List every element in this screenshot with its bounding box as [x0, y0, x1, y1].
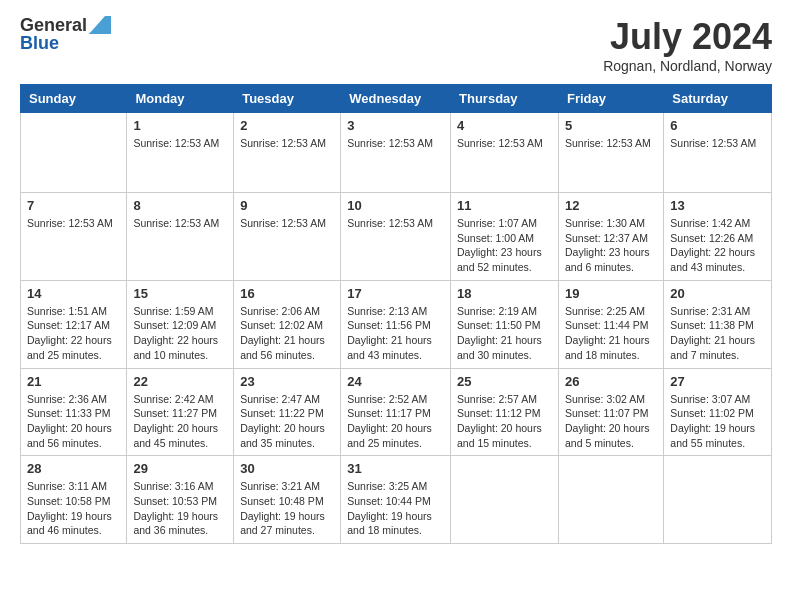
day-number: 26: [565, 374, 657, 389]
header-row: Sunday Monday Tuesday Wednesday Thursday…: [21, 85, 772, 113]
day-info: Sunrise: 2:47 AM Sunset: 11:22 PM Daylig…: [240, 392, 334, 451]
day-cell: 27Sunrise: 3:07 AM Sunset: 11:02 PM Dayl…: [664, 368, 772, 456]
day-cell: 7Sunrise: 12:53 AM: [21, 193, 127, 281]
day-number: 29: [133, 461, 227, 476]
day-number: 31: [347, 461, 444, 476]
day-cell: 9Sunrise: 12:53 AM: [234, 193, 341, 281]
day-number: 14: [27, 286, 120, 301]
day-cell: 30Sunrise: 3:21 AM Sunset: 10:48 PM Dayl…: [234, 456, 341, 544]
day-info: Sunrise: 3:02 AM Sunset: 11:07 PM Daylig…: [565, 392, 657, 451]
day-cell: 24Sunrise: 2:52 AM Sunset: 11:17 PM Dayl…: [341, 368, 451, 456]
day-info: Sunrise: 3:07 AM Sunset: 11:02 PM Daylig…: [670, 392, 765, 451]
day-number: 17: [347, 286, 444, 301]
day-info: Sunrise: 12:53 AM: [133, 136, 227, 151]
day-number: 22: [133, 374, 227, 389]
day-info: Sunrise: 12:53 AM: [457, 136, 552, 151]
header-thursday: Thursday: [451, 85, 559, 113]
day-cell: 18Sunrise: 2:19 AM Sunset: 11:50 PM Dayl…: [451, 280, 559, 368]
day-cell: 5Sunrise: 12:53 AM: [558, 113, 663, 193]
day-cell: 19Sunrise: 2:25 AM Sunset: 11:44 PM Dayl…: [558, 280, 663, 368]
day-number: 9: [240, 198, 334, 213]
day-number: 4: [457, 118, 552, 133]
day-cell: 23Sunrise: 2:47 AM Sunset: 11:22 PM Dayl…: [234, 368, 341, 456]
header-monday: Monday: [127, 85, 234, 113]
day-number: 1: [133, 118, 227, 133]
day-cell: 3Sunrise: 12:53 AM: [341, 113, 451, 193]
week-row-3: 14Sunrise: 1:51 AM Sunset: 12:17 AM Dayl…: [21, 280, 772, 368]
day-info: Sunrise: 1:42 AM Sunset: 12:26 AM Daylig…: [670, 216, 765, 275]
day-number: 23: [240, 374, 334, 389]
week-row-2: 7Sunrise: 12:53 AM8Sunrise: 12:53 AM9Sun…: [21, 193, 772, 281]
day-number: 15: [133, 286, 227, 301]
svg-marker-1: [89, 16, 111, 34]
day-number: 25: [457, 374, 552, 389]
logo-icon: [89, 16, 111, 34]
day-number: 27: [670, 374, 765, 389]
day-info: Sunrise: 3:25 AM Sunset: 10:44 PM Daylig…: [347, 479, 444, 538]
day-info: Sunrise: 2:42 AM Sunset: 11:27 PM Daylig…: [133, 392, 227, 451]
week-row-5: 28Sunrise: 3:11 AM Sunset: 10:58 PM Dayl…: [21, 456, 772, 544]
day-number: 10: [347, 198, 444, 213]
day-cell: 29Sunrise: 3:16 AM Sunset: 10:53 PM Dayl…: [127, 456, 234, 544]
day-cell: [451, 456, 559, 544]
day-cell: 26Sunrise: 3:02 AM Sunset: 11:07 PM Dayl…: [558, 368, 663, 456]
header-tuesday: Tuesday: [234, 85, 341, 113]
day-number: 7: [27, 198, 120, 213]
day-number: 30: [240, 461, 334, 476]
day-cell: [664, 456, 772, 544]
day-cell: 28Sunrise: 3:11 AM Sunset: 10:58 PM Dayl…: [21, 456, 127, 544]
day-cell: 1Sunrise: 12:53 AM: [127, 113, 234, 193]
day-info: Sunrise: 2:13 AM Sunset: 11:56 PM Daylig…: [347, 304, 444, 363]
day-number: 16: [240, 286, 334, 301]
subtitle: Rognan, Nordland, Norway: [603, 58, 772, 74]
day-info: Sunrise: 2:06 AM Sunset: 12:02 AM Daylig…: [240, 304, 334, 363]
day-number: 12: [565, 198, 657, 213]
day-cell: 21Sunrise: 2:36 AM Sunset: 11:33 PM Dayl…: [21, 368, 127, 456]
day-cell: 12Sunrise: 1:30 AM Sunset: 12:37 AM Dayl…: [558, 193, 663, 281]
day-number: 19: [565, 286, 657, 301]
header-saturday: Saturday: [664, 85, 772, 113]
day-info: Sunrise: 1:07 AM Sunset: 1:00 AM Dayligh…: [457, 216, 552, 275]
day-cell: 2Sunrise: 12:53 AM: [234, 113, 341, 193]
day-number: 3: [347, 118, 444, 133]
day-cell: [558, 456, 663, 544]
day-cell: 11Sunrise: 1:07 AM Sunset: 1:00 AM Dayli…: [451, 193, 559, 281]
logo-blue: Blue: [20, 34, 111, 52]
day-cell: 17Sunrise: 2:13 AM Sunset: 11:56 PM Dayl…: [341, 280, 451, 368]
day-cell: 10Sunrise: 12:53 AM: [341, 193, 451, 281]
day-info: Sunrise: 2:36 AM Sunset: 11:33 PM Daylig…: [27, 392, 120, 451]
day-cell: 20Sunrise: 2:31 AM Sunset: 11:38 PM Dayl…: [664, 280, 772, 368]
day-number: 8: [133, 198, 227, 213]
day-number: 13: [670, 198, 765, 213]
day-number: 5: [565, 118, 657, 133]
header-friday: Friday: [558, 85, 663, 113]
week-row-1: 1Sunrise: 12:53 AM2Sunrise: 12:53 AM3Sun…: [21, 113, 772, 193]
day-info: Sunrise: 2:25 AM Sunset: 11:44 PM Daylig…: [565, 304, 657, 363]
day-cell: 15Sunrise: 1:59 AM Sunset: 12:09 AM Dayl…: [127, 280, 234, 368]
header-wednesday: Wednesday: [341, 85, 451, 113]
day-info: Sunrise: 2:31 AM Sunset: 11:38 PM Daylig…: [670, 304, 765, 363]
day-number: 28: [27, 461, 120, 476]
day-info: Sunrise: 12:53 AM: [240, 136, 334, 151]
day-cell: 14Sunrise: 1:51 AM Sunset: 12:17 AM Dayl…: [21, 280, 127, 368]
day-cell: 22Sunrise: 2:42 AM Sunset: 11:27 PM Dayl…: [127, 368, 234, 456]
day-info: Sunrise: 1:51 AM Sunset: 12:17 AM Daylig…: [27, 304, 120, 363]
day-cell: 25Sunrise: 2:57 AM Sunset: 11:12 PM Dayl…: [451, 368, 559, 456]
day-info: Sunrise: 3:11 AM Sunset: 10:58 PM Daylig…: [27, 479, 120, 538]
day-cell: 8Sunrise: 12:53 AM: [127, 193, 234, 281]
day-number: 24: [347, 374, 444, 389]
day-cell: 13Sunrise: 1:42 AM Sunset: 12:26 AM Dayl…: [664, 193, 772, 281]
day-info: Sunrise: 2:57 AM Sunset: 11:12 PM Daylig…: [457, 392, 552, 451]
day-info: Sunrise: 2:52 AM Sunset: 11:17 PM Daylig…: [347, 392, 444, 451]
day-number: 21: [27, 374, 120, 389]
day-info: Sunrise: 12:53 AM: [347, 136, 444, 151]
calendar-table: Sunday Monday Tuesday Wednesday Thursday…: [20, 84, 772, 544]
logo-general: General: [20, 16, 87, 34]
day-info: Sunrise: 12:53 AM: [347, 216, 444, 231]
day-number: 2: [240, 118, 334, 133]
title-area: July 2024 Rognan, Nordland, Norway: [603, 16, 772, 74]
week-row-4: 21Sunrise: 2:36 AM Sunset: 11:33 PM Dayl…: [21, 368, 772, 456]
day-info: Sunrise: 12:53 AM: [27, 216, 120, 231]
day-info: Sunrise: 1:30 AM Sunset: 12:37 AM Daylig…: [565, 216, 657, 275]
day-cell: 31Sunrise: 3:25 AM Sunset: 10:44 PM Dayl…: [341, 456, 451, 544]
